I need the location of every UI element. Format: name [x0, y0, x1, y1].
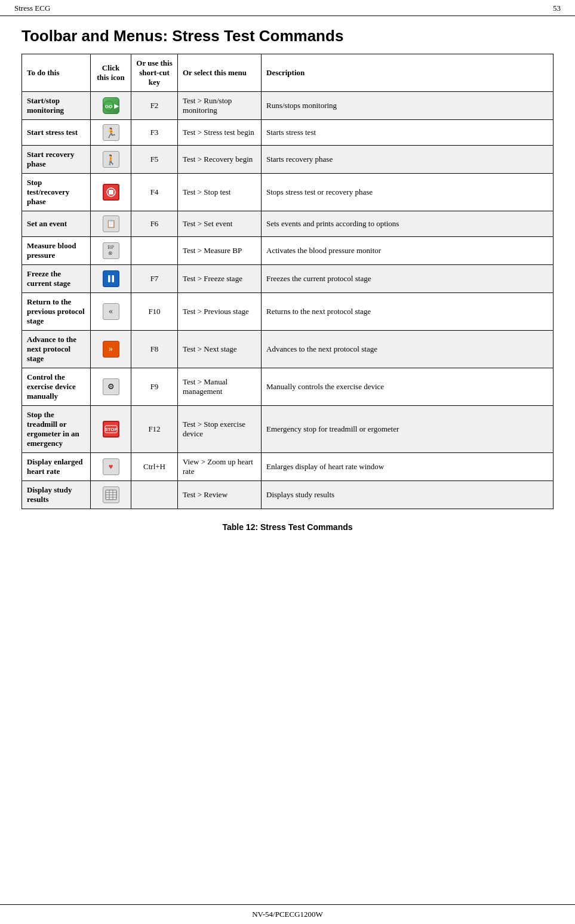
- col-header-todo: To do this: [22, 54, 91, 92]
- cell-menu: Test > Manual management: [178, 368, 262, 406]
- table-row: Set an event 📋 F6 Test > Set event Sets …: [22, 211, 554, 237]
- cell-icon: [91, 481, 131, 509]
- cell-menu: Test > Recovery begin: [178, 146, 262, 174]
- commands-table: To do this Click this icon Or use this s…: [21, 54, 554, 509]
- table-container: To do this Click this icon Or use this s…: [0, 51, 575, 515]
- cell-desc: Returns to the next protocol stage: [262, 293, 554, 331]
- table-row: Stop test/recovery phase F4 Test > Stop …: [22, 174, 554, 211]
- cell-desc: Sets events and prints according to opti…: [262, 211, 554, 237]
- cell-menu: Test > Set event: [178, 211, 262, 237]
- table-row: Advance to the next protocol stage » F8 …: [22, 331, 554, 368]
- table-row: Start stress test 🏃 F3 Test > Stress tes…: [22, 120, 554, 146]
- cell-menu: Test > Run/stop monitoring: [178, 92, 262, 120]
- svg-rect-5: [112, 275, 114, 282]
- cell-todo: Display study results: [22, 481, 91, 509]
- cell-shortcut: [131, 481, 178, 509]
- col-header-icon: Click this icon: [91, 54, 131, 92]
- cell-todo: Stop the treadmill or ergometer in an em…: [22, 406, 91, 453]
- table-header-row: To do this Click this icon Or use this s…: [22, 54, 554, 92]
- cell-icon: [91, 265, 131, 293]
- cell-todo: Freeze the current stage: [22, 265, 91, 293]
- cell-menu: Test > Stop test: [178, 174, 262, 211]
- table-caption: Table 12: Stress Test Commands: [0, 515, 575, 538]
- cell-todo: Display enlarged heart rate: [22, 453, 91, 481]
- cell-shortcut: Ctrl+H: [131, 453, 178, 481]
- cell-icon: ⚙: [91, 368, 131, 406]
- cell-shortcut: F7: [131, 265, 178, 293]
- cell-shortcut: F8: [131, 331, 178, 368]
- cell-icon: BP⊗: [91, 237, 131, 265]
- table-row: Return to the previous protocol stage « …: [22, 293, 554, 331]
- svg-rect-4: [108, 275, 110, 282]
- cell-icon: 🏃: [91, 120, 131, 146]
- cell-icon: 📋: [91, 211, 131, 237]
- cell-desc: Displays study results: [262, 481, 554, 509]
- cell-menu: Test > Measure BP: [178, 237, 262, 265]
- cell-desc: Enlarges display of heart rate window: [262, 453, 554, 481]
- cell-icon: ♥: [91, 453, 131, 481]
- cell-icon: »: [91, 331, 131, 368]
- cell-todo: Start stress test: [22, 120, 91, 146]
- cell-todo: Advance to the next protocol stage: [22, 331, 91, 368]
- cell-shortcut: [131, 237, 178, 265]
- table-row: Start/stop monitoring GO F2 Test > Run/s…: [22, 92, 554, 120]
- table-row: Freeze the current stage F7 Test > Freez…: [22, 265, 554, 293]
- page-title-section: Toolbar and Menus: Stress Test Commands: [0, 16, 575, 51]
- svg-text:GO: GO: [104, 104, 112, 109]
- page-title: Toolbar and Menus: Stress Test Commands: [21, 27, 554, 45]
- cell-shortcut: F5: [131, 146, 178, 174]
- svg-rect-3: [109, 190, 113, 195]
- cell-shortcut: F9: [131, 368, 178, 406]
- cell-shortcut: F6: [131, 211, 178, 237]
- cell-desc: Starts stress test: [262, 120, 554, 146]
- page-header: Stress ECG 53: [0, 0, 575, 16]
- header-title: Stress ECG: [14, 4, 553, 13]
- cell-desc: Manually controls the exercise device: [262, 368, 554, 406]
- cell-menu: Test > Next stage: [178, 331, 262, 368]
- cell-todo: Stop test/recovery phase: [22, 174, 91, 211]
- col-header-shortcut: Or use this short-cut key: [131, 54, 178, 92]
- cell-icon: GO: [91, 92, 131, 120]
- table-row: Measure blood pressure BP⊗ Test > Measur…: [22, 237, 554, 265]
- cell-desc: Emergency stop for treadmill or ergomete…: [262, 406, 554, 453]
- cell-shortcut: F4: [131, 174, 178, 211]
- cell-menu: Test > Stop exercise device: [178, 406, 262, 453]
- cell-menu: Test > Review: [178, 481, 262, 509]
- col-header-desc: Description: [262, 54, 554, 92]
- cell-shortcut: F3: [131, 120, 178, 146]
- table-row: Display enlarged heart rate ♥ Ctrl+H Vie…: [22, 453, 554, 481]
- cell-menu: Test > Stress test begin: [178, 120, 262, 146]
- cell-menu: View > Zoom up heart rate: [178, 453, 262, 481]
- cell-desc: Advances to the next protocol stage: [262, 331, 554, 368]
- cell-desc: Starts recovery phase: [262, 146, 554, 174]
- cell-desc: Freezes the current protocol stage: [262, 265, 554, 293]
- col-header-menu: Or select this menu: [178, 54, 262, 92]
- cell-todo: Start recovery phase: [22, 146, 91, 174]
- footer: NV-54/PCECG1200W: [0, 904, 575, 924]
- cell-menu: Test > Previous stage: [178, 293, 262, 331]
- cell-todo: Control the exercise device manually: [22, 368, 91, 406]
- cell-icon: [91, 174, 131, 211]
- cell-todo: Measure blood pressure: [22, 237, 91, 265]
- cell-shortcut: F10: [131, 293, 178, 331]
- table-row: Start recovery phase 🚶 F5 Test > Recover…: [22, 146, 554, 174]
- cell-todo: Start/stop monitoring: [22, 92, 91, 120]
- table-row: Stop the treadmill or ergometer in an em…: [22, 406, 554, 453]
- table-row: Display study results Test > Review Disp…: [22, 481, 554, 509]
- cell-icon: STOP: [91, 406, 131, 453]
- cell-desc: Runs/stops monitoring: [262, 92, 554, 120]
- cell-menu: Test > Freeze stage: [178, 265, 262, 293]
- svg-text:STOP: STOP: [104, 427, 118, 432]
- cell-todo: Set an event: [22, 211, 91, 237]
- page-number: 53: [553, 4, 561, 13]
- cell-shortcut: F2: [131, 92, 178, 120]
- cell-desc: Stops stress test or recovery phase: [262, 174, 554, 211]
- cell-todo: Return to the previous protocol stage: [22, 293, 91, 331]
- table-row: Control the exercise device manually ⚙ F…: [22, 368, 554, 406]
- cell-shortcut: F12: [131, 406, 178, 453]
- cell-icon: «: [91, 293, 131, 331]
- cell-desc: Activates the blood pressure monitor: [262, 237, 554, 265]
- cell-icon: 🚶: [91, 146, 131, 174]
